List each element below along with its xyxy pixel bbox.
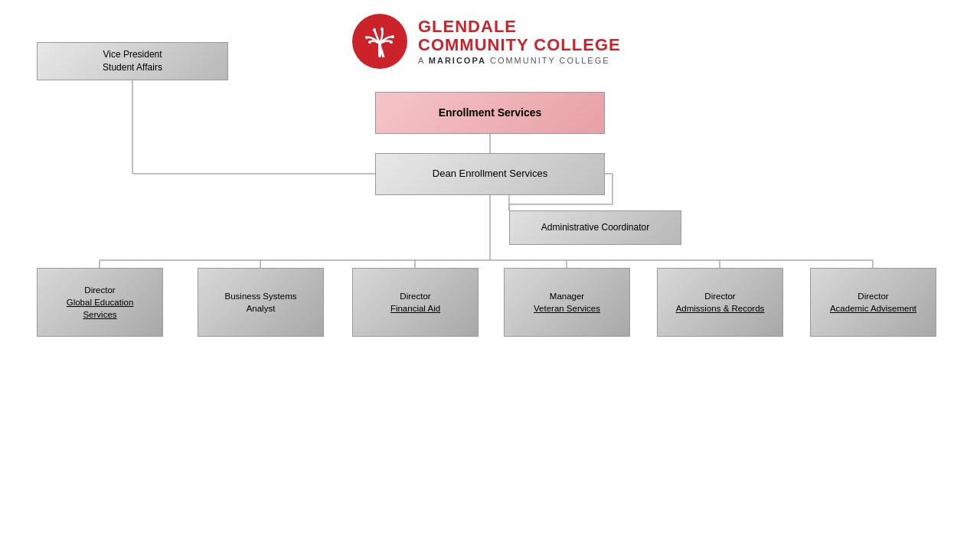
node-business-analyst: Business SystemsAnalyst <box>198 268 324 337</box>
node-admin-coordinator: Administrative Coordinator <box>509 210 681 245</box>
node-financial-label: DirectorFinancial Aid <box>390 290 440 315</box>
node-veteran-services: ManagerVeteran Services <box>504 268 630 337</box>
node-business-label: Business SystemsAnalyst <box>225 290 297 315</box>
node-admissions-label: DirectorAdmissions & Records <box>676 290 765 315</box>
svg-point-5 <box>390 41 393 44</box>
logo-area: GLENDALE COMMUNITY COLLEGE A MARICOPA CO… <box>352 14 621 69</box>
node-admissions-records: DirectorAdmissions & Records <box>657 268 783 337</box>
node-global-education: DirectorGlobal EducationServices <box>37 268 163 337</box>
node-enrollment-label: Enrollment Services <box>439 106 542 121</box>
node-global-label: DirectorGlobal EducationServices <box>67 284 134 321</box>
svg-point-3 <box>381 28 384 31</box>
svg-point-4 <box>391 35 394 38</box>
node-dean-label: Dean Enrollment Services <box>433 167 547 181</box>
node-vp-label: Vice PresidentStudent Affairs <box>103 48 162 74</box>
logo-text: GLENDALE COMMUNITY COLLEGE A MARICOPA CO… <box>418 18 621 65</box>
node-academic-advisement: DirectorAcademic Advisement <box>810 268 936 337</box>
node-admin-label: Administrative Coordinator <box>541 221 649 234</box>
logo-title-line1: GLENDALE <box>418 18 621 36</box>
node-financial-aid: DirectorFinancial Aid <box>352 268 479 337</box>
node-veteran-label: ManagerVeteran Services <box>534 290 600 315</box>
node-vp: Vice PresidentStudent Affairs <box>37 42 228 80</box>
svg-point-1 <box>365 36 368 39</box>
svg-point-2 <box>373 28 376 31</box>
node-dean: Dean Enrollment Services <box>375 153 605 195</box>
svg-point-6 <box>368 41 371 44</box>
logo-subtitle: A MARICOPA COMMUNITY COLLEGE <box>418 56 621 65</box>
logo-title-line2: COMMUNITY COLLEGE <box>418 36 621 54</box>
node-enrollment-services: Enrollment Services <box>375 92 605 134</box>
node-academic-label: DirectorAcademic Advisement <box>830 290 916 315</box>
logo-icon <box>352 14 407 69</box>
